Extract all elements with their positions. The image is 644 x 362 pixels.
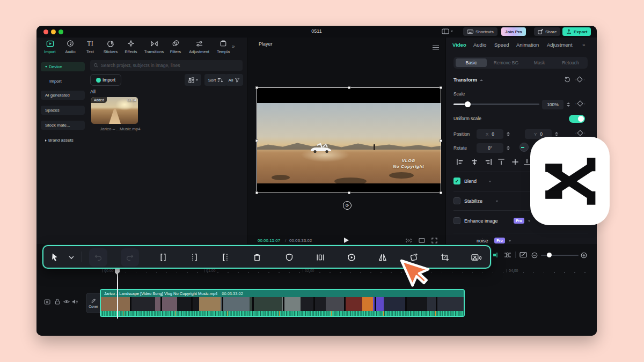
align-center-vertical-icon[interactable] bbox=[511, 158, 519, 166]
rotate-dial[interactable] bbox=[519, 143, 529, 152]
align-right-icon[interactable] bbox=[484, 158, 493, 166]
mute-track-icon[interactable] bbox=[72, 299, 78, 305]
sidebar-item-device[interactable]: Device bbox=[41, 62, 85, 71]
split-button[interactable] bbox=[155, 249, 171, 265]
enhance-expand-chevron[interactable] bbox=[528, 220, 530, 222]
tab-video[interactable]: Video bbox=[452, 42, 466, 48]
hide-track-icon[interactable] bbox=[63, 299, 70, 304]
uniform-scale-toggle[interactable] bbox=[569, 115, 585, 123]
cover-button[interactable]: Cover bbox=[86, 293, 101, 313]
scale-stepper[interactable] bbox=[565, 100, 571, 109]
resize-handle[interactable] bbox=[348, 86, 350, 89]
reset-transform-icon[interactable] bbox=[564, 76, 570, 83]
enhance-image-checkbox[interactable] bbox=[453, 217, 460, 224]
rotate-stepper[interactable] bbox=[505, 143, 511, 153]
resize-handle[interactable] bbox=[255, 139, 258, 142]
transform-section-header[interactable]: Transform bbox=[453, 77, 483, 83]
transform-keyframe-control[interactable]: ‹› bbox=[575, 77, 585, 82]
subtab-basic[interactable]: Basic bbox=[456, 58, 487, 67]
redo-button[interactable] bbox=[121, 248, 139, 267]
extract-audio-button[interactable] bbox=[468, 249, 484, 265]
delete-button[interactable] bbox=[249, 249, 265, 265]
subtab-remove-bg[interactable]: Remove BG bbox=[489, 58, 523, 67]
main-track-icon[interactable] bbox=[44, 299, 50, 305]
subtab-retouch[interactable]: Retouch bbox=[555, 58, 586, 67]
align-left-icon[interactable] bbox=[456, 158, 464, 166]
crop-button[interactable] bbox=[437, 249, 453, 265]
select-tool-dropdown[interactable] bbox=[63, 249, 79, 265]
ratio-icon[interactable] bbox=[419, 238, 425, 243]
resize-handle[interactable] bbox=[440, 139, 442, 142]
scale-keyframe-control[interactable]: ‹› bbox=[575, 101, 586, 106]
select-tool-button[interactable] bbox=[47, 249, 63, 265]
delete-right-button[interactable] bbox=[217, 249, 233, 265]
play-button[interactable] bbox=[344, 238, 349, 243]
search-input[interactable] bbox=[90, 60, 243, 71]
tab-speed[interactable]: Speed bbox=[494, 42, 509, 48]
snapshot-icon[interactable] bbox=[406, 238, 412, 243]
sidebar-item-stock-material[interactable]: Stock mate... bbox=[41, 121, 85, 130]
scale-slider-knob[interactable] bbox=[465, 101, 471, 107]
video-preview[interactable]: VLOG No Copyright bbox=[257, 87, 441, 193]
layout-switcher[interactable] bbox=[442, 28, 453, 34]
blend-expand-chevron[interactable] bbox=[489, 181, 491, 182]
delete-left-button[interactable] bbox=[186, 249, 202, 265]
freeze-frame-button[interactable] bbox=[312, 249, 328, 265]
join-pro-button[interactable]: Join Pro bbox=[501, 27, 526, 36]
playhead-handle[interactable] bbox=[115, 268, 120, 272]
noise-expand-chevron[interactable] bbox=[509, 240, 511, 242]
position-keyframe-control[interactable]: ‹› bbox=[575, 131, 586, 135]
zoom-out-icon[interactable] bbox=[531, 252, 538, 258]
resize-handle[interactable] bbox=[255, 86, 258, 89]
sidebar-item-ai-generated[interactable]: AI generated bbox=[41, 91, 85, 100]
tab-transitions[interactable]: Transitions bbox=[142, 39, 166, 54]
stabilize-expand-chevron[interactable] bbox=[496, 201, 498, 202]
tab-adjustment-inspector[interactable]: Adjustment bbox=[547, 42, 573, 48]
preview-axis-icon[interactable] bbox=[519, 252, 527, 258]
playhead-line[interactable] bbox=[117, 274, 118, 319]
stabilize-checkbox[interactable] bbox=[453, 197, 460, 204]
resize-handle[interactable] bbox=[348, 191, 350, 194]
scale-value-field[interactable]: 100% bbox=[542, 100, 564, 109]
subtab-mask[interactable]: Mask bbox=[525, 58, 553, 67]
resize-handle[interactable] bbox=[255, 191, 258, 194]
tab-animation[interactable]: Animation bbox=[516, 42, 539, 48]
position-x-field[interactable]: X0 bbox=[477, 129, 503, 139]
position-x-stepper[interactable] bbox=[505, 129, 511, 139]
shortcuts-button[interactable]: Shortcuts bbox=[463, 27, 497, 36]
sidebar-item-brand-assets[interactable]: Brand assets bbox=[41, 136, 85, 145]
player-menu-button[interactable] bbox=[433, 42, 439, 52]
import-media-button[interactable]: Import bbox=[90, 74, 121, 86]
zoom-in-icon[interactable] bbox=[581, 252, 587, 258]
lock-track-icon[interactable] bbox=[55, 299, 60, 305]
export-button[interactable]: Export bbox=[562, 27, 591, 36]
filter-button[interactable]: All bbox=[225, 74, 243, 86]
resize-handle[interactable] bbox=[440, 86, 442, 89]
align-center-horizontal-icon[interactable] bbox=[470, 158, 479, 166]
split-view-icon[interactable] bbox=[504, 252, 511, 258]
view-mode-button[interactable] bbox=[185, 74, 201, 86]
sidebar-item-import[interactable]: Import bbox=[41, 77, 85, 86]
snap-icon[interactable] bbox=[493, 252, 500, 258]
more-inspector-tabs-chevron[interactable]: » bbox=[582, 42, 585, 48]
person bbox=[374, 144, 375, 150]
share-button[interactable]: Share bbox=[534, 27, 560, 36]
more-tabs-chevron[interactable]: » bbox=[232, 43, 235, 49]
media-item-thumbnail[interactable]: Added 03:34 bbox=[91, 97, 138, 124]
rotate-value-field[interactable]: 0° bbox=[477, 143, 503, 153]
tab-effects[interactable]: Effects bbox=[119, 39, 143, 54]
reverse-button[interactable] bbox=[343, 249, 360, 265]
mask-button[interactable] bbox=[281, 249, 297, 265]
resize-handle[interactable] bbox=[440, 191, 442, 194]
sidebar-item-spaces[interactable]: Spaces bbox=[41, 106, 85, 115]
blend-checkbox[interactable]: ✓ bbox=[453, 178, 460, 184]
rotate-handle[interactable]: ⟳ bbox=[343, 201, 352, 210]
undo-button[interactable] bbox=[89, 248, 107, 267]
timeline-zoom-knob[interactable] bbox=[547, 253, 552, 257]
tab-audio-inspector[interactable]: Audio bbox=[473, 42, 486, 48]
tab-adjustment[interactable]: Adjustment bbox=[187, 39, 211, 54]
align-top-icon[interactable] bbox=[497, 158, 506, 166]
sort-button[interactable]: Sort bbox=[204, 74, 227, 86]
tab-filters[interactable]: Filters bbox=[164, 39, 187, 54]
fullscreen-icon[interactable] bbox=[431, 238, 437, 243]
